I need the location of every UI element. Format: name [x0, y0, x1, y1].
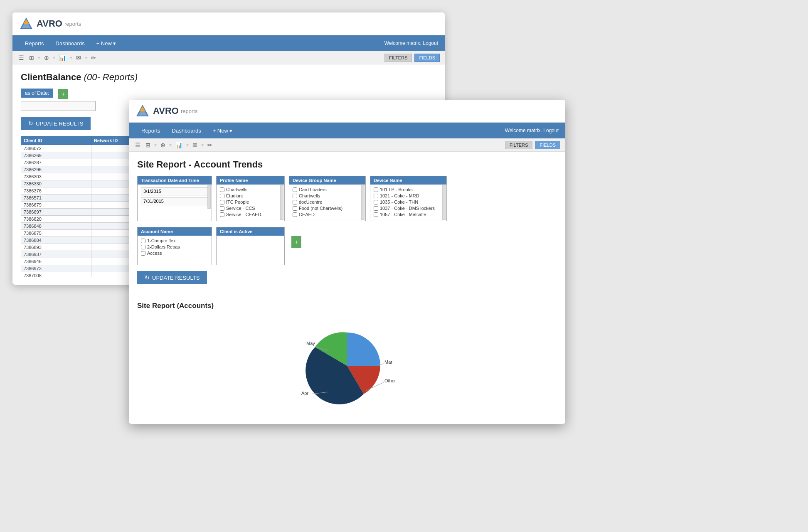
- profile-scrollbar[interactable]: [280, 185, 283, 220]
- back-update-button[interactable]: ↻ UPDATE RESULTS: [21, 117, 91, 130]
- acc-access[interactable]: Access: [141, 251, 208, 256]
- front-export-icon[interactable]: 📊: [174, 141, 184, 149]
- front-avro-subtitle: reports: [181, 108, 197, 114]
- filter-account-name: Account Name 1-Compte flex 2-Dollars Rep…: [137, 227, 212, 265]
- table-cell: 7386269: [21, 152, 91, 159]
- front-grid-icon[interactable]: ⊞: [144, 141, 152, 149]
- add-filter-button[interactable]: +: [291, 236, 301, 248]
- date-to-input[interactable]: [141, 197, 208, 205]
- back-nav-new[interactable]: + New ▾: [91, 35, 122, 51]
- fields-button[interactable]: FIELDS: [414, 54, 440, 62]
- export-icon[interactable]: 📊: [58, 54, 67, 62]
- dn-1021-check[interactable]: [374, 194, 378, 198]
- profile-etudiant-check[interactable]: [220, 194, 224, 198]
- filter-transaction-date-header: Transaction Date and Time: [138, 176, 212, 185]
- dg-card-check[interactable]: [293, 187, 297, 192]
- front-nav-new[interactable]: + New ▾: [207, 123, 239, 138]
- profile-itcpeople-check[interactable]: [220, 200, 224, 204]
- menu-icon[interactable]: ☰: [17, 54, 25, 62]
- dg-ceaed-check[interactable]: [293, 212, 297, 217]
- front-sep1: ▾: [154, 142, 157, 148]
- chart-section: Site Report (Accounts) Mar Other Apr: [129, 298, 565, 424]
- acc-compteflex-check[interactable]: [141, 239, 145, 243]
- acc-access-check[interactable]: [141, 251, 145, 256]
- dg-ceaed[interactable]: CEAED: [293, 212, 362, 217]
- grid-icon[interactable]: ⊞: [28, 54, 35, 62]
- filter-client-active: Client is Active: [216, 227, 285, 265]
- filter-client-active-body: [217, 236, 284, 265]
- dg-card-loaders[interactable]: Card Loaders: [293, 187, 362, 192]
- dg-chartwells-check[interactable]: [293, 194, 297, 198]
- profile-chartwells-check[interactable]: [220, 187, 224, 192]
- dg-food-check[interactable]: [293, 206, 297, 211]
- sep1: ▾: [38, 55, 40, 61]
- acc-dollarsrepas-check[interactable]: [141, 245, 145, 249]
- back-nav-dashboards[interactable]: Dashboards: [50, 35, 91, 51]
- date-add-button[interactable]: +: [58, 89, 68, 99]
- filter-section-2: Account Name 1-Compte flex 2-Dollars Rep…: [137, 227, 557, 265]
- dn-1037[interactable]: 1037 - Coke - DMS lockers: [374, 206, 443, 211]
- dg-scrollbar[interactable]: [361, 185, 365, 220]
- back-nav-reports[interactable]: Reports: [19, 35, 50, 51]
- front-email-icon[interactable]: ✉: [191, 141, 199, 149]
- col-client-id: Client ID: [21, 136, 91, 145]
- front-logo: AVRO reports: [135, 104, 197, 118]
- dn-1057-check[interactable]: [374, 212, 378, 217]
- date-from-input[interactable]: [141, 187, 208, 195]
- pie-label-mar: Mar: [384, 360, 392, 365]
- profile-chartwells[interactable]: Chartwells: [220, 187, 281, 192]
- front-avro-name: AVRO: [153, 106, 179, 116]
- dn-101lp-check[interactable]: [374, 187, 378, 192]
- profile-ceaed-check[interactable]: [220, 212, 224, 217]
- edit-icon[interactable]: ✏: [90, 54, 97, 62]
- table-cell: 7386973: [21, 265, 91, 272]
- acc-compte-flex[interactable]: 1-Compte flex: [141, 238, 208, 243]
- front-filters-button[interactable]: FILTERS: [505, 141, 532, 149]
- dn-1021[interactable]: 1021 - Coke - MRD: [374, 193, 443, 198]
- pie-label-apr: Apr: [301, 391, 308, 396]
- front-toolbar: ☰ ⊞ ▾ ⊕ ▾ 📊 ▾ ✉ ▾ ✏ FILTERS FIELDS: [129, 138, 565, 152]
- dn-scrollbar[interactable]: [442, 185, 446, 220]
- dn-1037-check[interactable]: [374, 206, 378, 211]
- avro-name: AVRO: [37, 18, 62, 29]
- front-print-icon[interactable]: ⊕: [159, 141, 167, 149]
- dn-1035-check[interactable]: [374, 200, 378, 204]
- table-cell: 7386330: [21, 180, 91, 187]
- email-icon[interactable]: ✉: [75, 54, 82, 62]
- acc-dollars-repas[interactable]: 2-Dollars Repas: [141, 244, 208, 249]
- print-icon[interactable]: ⊕: [43, 54, 50, 62]
- profile-itcpeople[interactable]: ITC People: [220, 200, 281, 204]
- back-logo-bar: AVRO reports: [12, 12, 445, 35]
- profile-etudiant[interactable]: Étudiant: [220, 193, 281, 198]
- front-fields-button[interactable]: FIELDS: [535, 141, 560, 149]
- dg-food[interactable]: Food (not Chartwells): [293, 206, 362, 211]
- date-input[interactable]: [21, 101, 96, 111]
- profile-service-ccs[interactable]: Service - CCS: [220, 206, 281, 211]
- profile-service-ceaed[interactable]: Service - CEAED: [220, 212, 281, 217]
- table-cell: 7386679: [21, 202, 91, 209]
- dn-101lp[interactable]: 101 LP - Brooks: [374, 187, 443, 192]
- front-edit-icon[interactable]: ✏: [206, 141, 214, 149]
- front-nav-reports[interactable]: Reports: [135, 123, 166, 138]
- filters-button[interactable]: FILTERS: [384, 54, 412, 62]
- filter-device-group-header: Device Group Name: [289, 176, 365, 185]
- dn-1035[interactable]: 1035 - Coke - THN: [374, 200, 443, 204]
- back-page-title: ClientBalance (00- Reports): [21, 72, 436, 83]
- dg-docucentre[interactable]: docUcentre: [293, 200, 362, 204]
- front-menu-icon[interactable]: ☰: [134, 141, 142, 149]
- filter-device-group-body: Card Loaders Chartwells docUcentre Food …: [289, 185, 365, 221]
- filter-client-active-header: Client is Active: [217, 227, 284, 236]
- front-sep3: ▾: [186, 142, 189, 148]
- avro-subtitle: reports: [64, 21, 81, 27]
- front-nav-dashboards[interactable]: Dashboards: [166, 123, 207, 138]
- front-update-button[interactable]: ↻ UPDATE RESULTS: [137, 271, 207, 284]
- table-cell: 7386884: [21, 237, 91, 244]
- table-cell: 7386571: [21, 195, 91, 202]
- dg-docu-check[interactable]: [293, 200, 297, 204]
- date-scrollbar[interactable]: [207, 185, 211, 209]
- profile-ccs-check[interactable]: [220, 206, 224, 211]
- dg-chartwells[interactable]: Chartwells: [293, 193, 362, 198]
- sep4: ▾: [85, 55, 87, 61]
- front-sep4: ▾: [201, 142, 204, 148]
- dn-1057[interactable]: 1057 - Coke - Metcalfe: [374, 212, 443, 217]
